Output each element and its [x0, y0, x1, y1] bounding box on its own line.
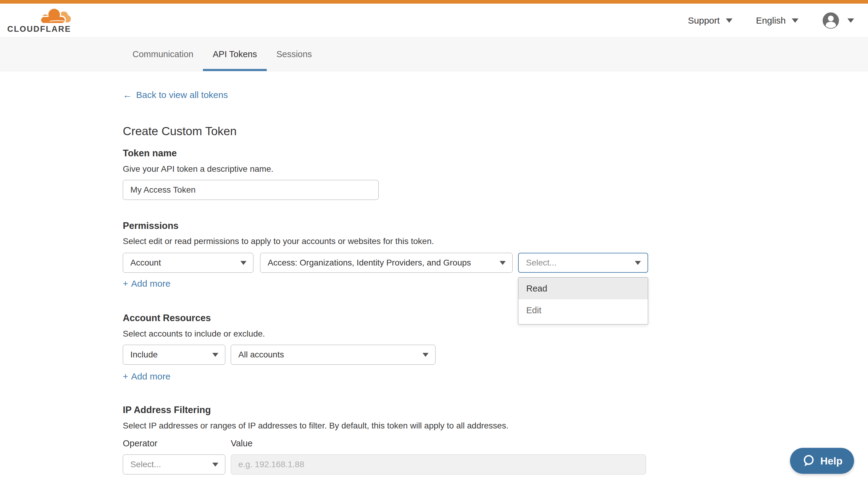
chevron-down-icon — [241, 261, 247, 265]
tab-api-tokens[interactable]: API Tokens — [203, 37, 267, 71]
cloudflare-logo[interactable]: CLOUDFLARE — [7, 7, 71, 34]
plus-icon: + — [123, 279, 128, 289]
help-button[interactable]: Help — [790, 448, 854, 474]
ip-operator-select[interactable]: Select... — [123, 454, 225, 475]
resource-accounts-select[interactable]: All accounts — [231, 345, 435, 365]
support-label: Support — [688, 15, 720, 26]
ip-filtering-description: Select IP addresses or ranges of IP addr… — [123, 421, 508, 430]
resource-mode-value: Include — [130, 350, 158, 359]
chevron-down-icon — [792, 19, 799, 23]
token-name-input[interactable] — [123, 180, 379, 200]
permission-scope-value: Account — [130, 258, 161, 268]
cloudflare-cloud-icon — [39, 7, 71, 24]
menu-item-edit[interactable]: Edit — [518, 299, 648, 321]
ip-filtering-heading: IP Address Filtering — [123, 405, 211, 415]
permission-access-placeholder: Select... — [526, 258, 557, 268]
back-link-label: Back to view all tokens — [136, 90, 228, 100]
account-resources-heading: Account Resources — [123, 313, 211, 324]
menu-item-read[interactable]: Read — [518, 278, 648, 299]
value-label: Value — [231, 439, 252, 448]
ip-value-input — [231, 454, 646, 475]
permissions-description: Select edit or read permissions to apply… — [123, 236, 434, 246]
support-menu[interactable]: Support — [688, 15, 733, 26]
permission-scope-select[interactable]: Account — [123, 253, 253, 273]
back-to-tokens-link[interactable]: ← Back to view all tokens — [123, 90, 228, 100]
profile-tabbar: Communication API Tokens Sessions — [0, 37, 868, 71]
plus-icon: + — [123, 371, 128, 382]
header-nav: Support English — [688, 4, 854, 37]
help-button-label: Help — [820, 455, 843, 467]
permissions-add-more-link[interactable]: + Add more — [123, 279, 170, 289]
ip-filtering-row: Select... — [123, 454, 646, 475]
access-dropdown-menu: Read Edit — [518, 277, 648, 324]
language-label: English — [756, 15, 786, 26]
chevron-down-icon — [500, 261, 506, 265]
chevron-down-icon — [212, 353, 218, 357]
back-arrow-icon: ← — [123, 90, 132, 100]
account-menu[interactable] — [822, 12, 854, 29]
permissions-row: Account Access: Organizations, Identity … — [123, 253, 648, 273]
account-resources-add-more-link[interactable]: + Add more — [123, 371, 170, 382]
resource-mode-select[interactable]: Include — [123, 345, 225, 365]
token-name-heading: Token name — [123, 148, 177, 159]
permission-access-select[interactable]: Select... — [518, 253, 648, 273]
chat-bubble-icon — [802, 454, 815, 468]
chevron-down-icon — [726, 19, 733, 23]
permission-group-value: Access: Organizations, Identity Provider… — [268, 258, 471, 268]
active-tab-underline — [203, 69, 267, 71]
page-title: Create Custom Token — [123, 125, 237, 138]
tab-sessions[interactable]: Sessions — [267, 37, 322, 71]
chevron-down-icon — [423, 353, 429, 357]
language-menu[interactable]: English — [756, 15, 799, 26]
chevron-down-icon — [212, 463, 218, 467]
permission-access-wrap: Select... Read Edit — [518, 253, 648, 273]
account-resources-description: Select accounts to include or exclude. — [123, 329, 265, 339]
tab-communication[interactable]: Communication — [123, 37, 203, 71]
top-orange-bar — [0, 0, 868, 4]
user-avatar-icon — [822, 12, 840, 29]
chevron-down-icon — [635, 261, 641, 265]
permission-group-select[interactable]: Access: Organizations, Identity Provider… — [260, 253, 513, 273]
account-resources-row: Include All accounts — [123, 345, 435, 365]
chevron-down-icon — [847, 19, 854, 23]
operator-label: Operator — [123, 439, 157, 448]
resource-accounts-value: All accounts — [238, 350, 284, 359]
cloudflare-wordmark: CLOUDFLARE — [7, 25, 71, 34]
permissions-heading: Permissions — [123, 220, 179, 231]
token-name-description: Give your API token a descriptive name. — [123, 164, 273, 174]
header: CLOUDFLARE Support English — [0, 4, 868, 37]
ip-operator-placeholder: Select... — [130, 460, 161, 469]
